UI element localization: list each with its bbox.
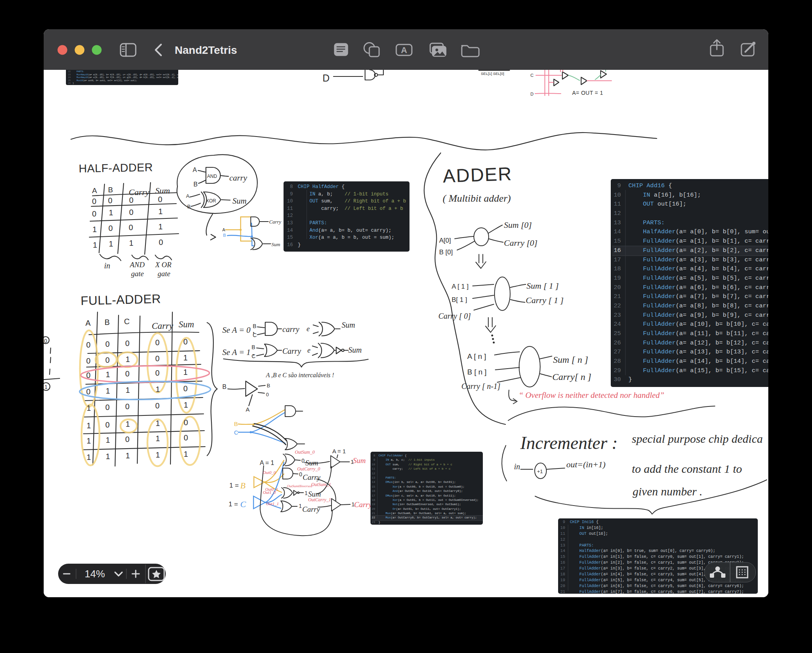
svg-text:A: A — [246, 406, 250, 413]
svg-text:Carry [0]: Carry [0] — [504, 238, 537, 248]
svg-text:Carry: Carry — [282, 347, 301, 356]
svg-text:1: 1 — [92, 225, 97, 234]
svg-text:0: 0 — [266, 392, 269, 397]
svg-text:0: 0 — [184, 433, 188, 442]
svg-text:ADDER: ADDER — [442, 163, 512, 186]
svg-text:0: 0 — [86, 357, 90, 365]
svg-text:A [ 1 ]: A [ 1 ] — [452, 283, 468, 290]
svg-text:A= OUT = 1: A= OUT = 1 — [572, 90, 603, 96]
svg-text:1: 1 — [158, 207, 163, 216]
svg-text:A: A — [222, 227, 225, 232]
svg-text:1: 1 — [126, 420, 130, 428]
svg-text:given number .: given number . — [633, 485, 702, 498]
svg-text:A: A — [85, 319, 91, 327]
svg-text:C: C — [234, 429, 238, 436]
svg-text:1: 1 — [87, 404, 91, 412]
svg-text:0: 0 — [125, 402, 129, 411]
svg-text:1: 1 — [183, 353, 188, 362]
svg-text:1: 1 — [156, 385, 160, 394]
svg-text:C: C — [530, 73, 534, 78]
svg-text:0: 0 — [158, 195, 162, 204]
svg-text:B: B — [234, 421, 238, 427]
svg-text:1 =: 1 = — [229, 500, 238, 508]
svg-text:Sum: Sum — [232, 196, 246, 206]
svg-text:Carry [ n-1]: Carry [ n-1] — [461, 382, 500, 391]
svg-text:A ,B e C são intercaláveis !: A ,B e C são intercaláveis ! — [266, 372, 334, 378]
svg-text:A: A — [193, 167, 197, 173]
svg-text:A: A — [186, 193, 190, 199]
svg-text:0: 0 — [105, 356, 110, 364]
svg-text:AND: AND — [207, 174, 217, 179]
svg-text:14%: 14% — [85, 568, 105, 580]
svg-text:0: 0 — [183, 384, 188, 393]
svg-text:0: 0 — [92, 209, 96, 218]
svg-text:OutSum_0: OutSum_0 — [295, 449, 315, 455]
svg-text:A: A — [92, 186, 97, 195]
svg-text:1: 1 — [109, 208, 113, 217]
svg-text:0: 0 — [155, 338, 160, 347]
svg-text:1: 1 — [44, 384, 48, 390]
svg-text:( Multibit adder): ( Multibit adder) — [443, 193, 511, 204]
svg-text:B: B — [187, 204, 191, 209]
svg-text:0: 0 — [86, 341, 90, 349]
svg-text:D: D — [530, 92, 534, 96]
svg-text:Out0_0: Out0_0 — [263, 470, 276, 475]
svg-text:0: 0 — [129, 208, 133, 216]
svg-text:0: 0 — [299, 471, 302, 477]
svg-text:+1: +1 — [537, 468, 543, 474]
svg-text:0: 0 — [86, 371, 90, 380]
svg-text:to add the constant 1 to: to add the constant 1 to — [632, 462, 742, 475]
svg-text:FULL-ADDER: FULL-ADDER — [80, 292, 161, 308]
svg-text:Sum: Sum — [305, 459, 318, 467]
svg-text:Sum: Sum — [155, 186, 170, 195]
svg-text:OutCarry_0: OutCarry_0 — [297, 466, 320, 472]
svg-text:0: 0 — [184, 418, 188, 427]
svg-text:1: 1 — [184, 450, 188, 458]
svg-text:Carry: Carry — [152, 321, 174, 331]
svg-text:1: 1 — [156, 419, 160, 428]
svg-text:0: 0 — [92, 197, 96, 206]
svg-text:0: 0 — [183, 337, 188, 346]
svg-text:0: 0 — [105, 340, 110, 348]
svg-text:A [ n ]: A [ n ] — [467, 352, 486, 360]
svg-text:Sum: Sum — [348, 346, 362, 354]
svg-text:in: in — [514, 462, 520, 471]
svg-text:B: B — [223, 233, 226, 238]
svg-text:1: 1 — [129, 239, 133, 247]
svg-text:gate: gate — [131, 270, 144, 278]
svg-text:Carry: Carry — [269, 219, 281, 225]
svg-text:B: B — [105, 318, 110, 326]
svg-text:1: 1 — [106, 387, 110, 395]
svg-text:0: 0 — [125, 435, 129, 444]
svg-text:Carry [ 1 ]: Carry [ 1 ] — [526, 295, 564, 305]
svg-text:e: e — [307, 346, 310, 354]
svg-text:Carry: Carry — [303, 473, 321, 481]
svg-text:B: B — [222, 383, 227, 390]
svg-text:A = 1: A = 1 — [260, 460, 274, 466]
svg-text:1: 1 — [93, 241, 97, 249]
svg-text:e: e — [307, 325, 310, 333]
svg-text:0: 0 — [155, 401, 160, 410]
svg-text:1: 1 — [109, 240, 113, 248]
svg-text:Se A = 1 ,: Se A = 1 , — [222, 348, 255, 357]
svg-text:0: 0 — [108, 196, 112, 205]
svg-text:SEL[1] SEL[0]: SEL[1] SEL[0] — [481, 71, 504, 76]
svg-text:Sum [ 1 ]: Sum [ 1 ] — [527, 281, 559, 291]
svg-text:0: 0 — [44, 338, 47, 344]
svg-text:HALF-ADDER: HALF-ADDER — [79, 161, 153, 175]
svg-text:OutSum0Inversed: OutSum0Inversed — [287, 484, 312, 488]
svg-text:Sum: Sum — [271, 241, 280, 247]
svg-text:0: 0 — [125, 339, 129, 348]
svg-text:1: 1 — [184, 401, 188, 409]
svg-text:Sum: Sum — [353, 456, 366, 465]
svg-text:0: 0 — [155, 369, 160, 377]
svg-text:0: 0 — [301, 458, 305, 464]
svg-text:0: 0 — [108, 224, 113, 232]
svg-text:Sum [ n ]: Sum [ n ] — [553, 355, 588, 365]
svg-text:1 =: 1 = — [229, 482, 239, 489]
svg-text:1: 1 — [87, 421, 91, 430]
svg-text:C: C — [240, 499, 246, 509]
svg-text:0: 0 — [105, 421, 110, 429]
svg-text:out=(in+1): out=(in+1) — [566, 460, 606, 469]
svg-text:Carry: Carry — [354, 500, 372, 509]
